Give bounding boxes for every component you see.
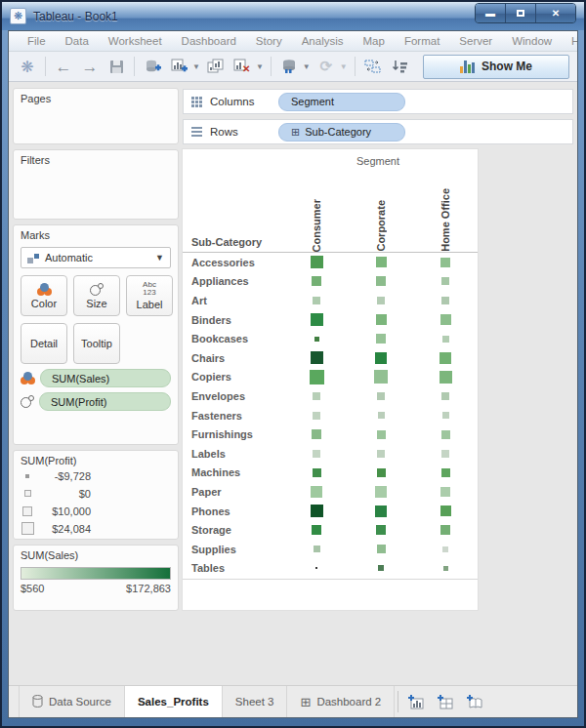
- size-button[interactable]: Size: [73, 275, 120, 316]
- heatmap-mark[interactable]: [440, 371, 452, 384]
- tab-dashboard-2[interactable]: ⊞Dashboard 2: [287, 686, 395, 717]
- sum-profit-pill[interactable]: SUM(Profit): [39, 392, 171, 411]
- minimize-button[interactable]: ▬: [476, 4, 506, 22]
- sort-ascending-icon[interactable]: [389, 56, 410, 77]
- row-label-chairs[interactable]: Chairs: [183, 352, 284, 364]
- heatmap-mark[interactable]: [311, 313, 323, 326]
- heatmap-mark[interactable]: [441, 277, 449, 285]
- new-story-button[interactable]: [460, 686, 489, 717]
- heatmap-mark[interactable]: [441, 297, 449, 304]
- heatmap-mark[interactable]: [377, 468, 386, 477]
- heatmap-mark[interactable]: [313, 297, 320, 304]
- undo-icon[interactable]: ←: [53, 56, 74, 77]
- clear-sheet-dropdown-caret[interactable]: ▼: [256, 62, 264, 71]
- heatmap-mark[interactable]: [310, 370, 324, 384]
- heatmap-mark[interactable]: [312, 525, 321, 535]
- heatmap-mark[interactable]: [376, 334, 386, 344]
- new-worksheet-icon[interactable]: [168, 56, 189, 77]
- size-legend-item[interactable]: $10,000: [21, 503, 171, 519]
- menu-item-map[interactable]: Map: [355, 33, 394, 49]
- heatmap-mark[interactable]: [376, 314, 387, 325]
- heatmap-mark[interactable]: [315, 567, 317, 569]
- heatmap-mark[interactable]: [376, 525, 386, 535]
- heatmap-mark[interactable]: [378, 565, 384, 571]
- title-bar[interactable]: ❋ Tableau - Book1 ▬ ✕: [2, 2, 584, 30]
- menu-item-help[interactable]: Help: [563, 33, 578, 49]
- heatmap-mark[interactable]: [441, 468, 450, 477]
- tooltip-button[interactable]: Tooltip: [73, 323, 120, 364]
- heatmap-mark[interactable]: [443, 566, 448, 571]
- heatmap-mark[interactable]: [442, 412, 449, 419]
- heatmap-mark[interactable]: [377, 297, 385, 304]
- auto-update-dropdown-caret[interactable]: ▼: [340, 62, 348, 71]
- heatmap-mark[interactable]: [441, 430, 450, 439]
- mark-type-dropdown[interactable]: Automatic ▼: [21, 247, 171, 268]
- heatmap-mark[interactable]: [314, 337, 319, 342]
- show-me-button[interactable]: Show Me: [423, 55, 569, 79]
- detail-button[interactable]: Detail: [21, 323, 67, 364]
- redo-icon[interactable]: →: [79, 56, 101, 77]
- expand-icon[interactable]: ⊞: [291, 127, 300, 138]
- size-legend-item[interactable]: $24,084: [21, 520, 171, 537]
- view-data-dropdown-caret[interactable]: ▼: [303, 62, 311, 71]
- columns-shelf[interactable]: Columns Segment: [183, 89, 573, 114]
- heatmap-mark[interactable]: [377, 450, 385, 458]
- heatmap-mark[interactable]: [377, 430, 386, 439]
- column-header-corporate[interactable]: Corporate: [349, 169, 413, 252]
- row-label-fasteners[interactable]: Fasteners: [183, 410, 284, 422]
- add-data-icon[interactable]: [142, 56, 163, 77]
- heatmap-mark[interactable]: [441, 392, 449, 400]
- save-icon[interactable]: [105, 56, 127, 77]
- label-button[interactable]: Abc123 Label: [126, 275, 173, 316]
- new-dashboard-button[interactable]: [431, 686, 460, 717]
- row-label-art[interactable]: Art: [183, 295, 284, 306]
- maximize-button[interactable]: [506, 4, 536, 22]
- heatmap-mark[interactable]: [442, 336, 449, 343]
- heatmap-mark[interactable]: [378, 412, 385, 419]
- pages-shelf[interactable]: Pages: [13, 88, 179, 144]
- menu-item-server[interactable]: Server: [450, 33, 501, 49]
- heatmap-mark[interactable]: [377, 545, 386, 553]
- menu-item-worksheet[interactable]: Worksheet: [100, 33, 171, 49]
- menu-item-window[interactable]: Window: [503, 33, 561, 49]
- refresh-icon[interactable]: ⟳: [315, 56, 337, 77]
- row-label-appliances[interactable]: Appliances: [183, 275, 284, 287]
- heatmap-mark[interactable]: [313, 392, 320, 400]
- filters-shelf[interactable]: Filters: [13, 149, 179, 220]
- heatmap-mark[interactable]: [374, 370, 388, 384]
- new-worksheet-button[interactable]: [401, 686, 431, 717]
- row-label-machines[interactable]: Machines: [183, 466, 284, 478]
- size-legend-item[interactable]: $0: [21, 485, 171, 502]
- row-label-accessories[interactable]: Accessories: [183, 257, 284, 268]
- heatmap-mark[interactable]: [440, 506, 451, 516]
- heatmap-mark[interactable]: [311, 505, 323, 517]
- heatmap-mark[interactable]: [375, 486, 387, 498]
- heatmap-mark[interactable]: [311, 351, 323, 364]
- heatmap-mark[interactable]: [440, 525, 450, 535]
- heatmap-mark[interactable]: [312, 429, 321, 439]
- heatmap-mark[interactable]: [313, 450, 320, 458]
- row-label-storage[interactable]: Storage: [183, 524, 284, 536]
- row-label-supplies[interactable]: Supplies: [183, 544, 284, 555]
- row-label-tables[interactable]: Tables: [183, 562, 284, 574]
- heatmap-mark[interactable]: [314, 546, 320, 552]
- duplicate-sheet-icon[interactable]: [205, 56, 227, 77]
- size-legend-item[interactable]: -$9,728: [21, 467, 171, 484]
- tab-sales_profits[interactable]: Sales_Profits: [125, 686, 223, 717]
- rows-shelf[interactable]: Rows ⊞ Sub-Category: [183, 119, 573, 144]
- heatmap-mark[interactable]: [312, 276, 321, 286]
- tab-sheet-3[interactable]: Sheet 3: [223, 686, 288, 717]
- heatmap-mark[interactable]: [375, 352, 387, 364]
- heatmap-mark[interactable]: [440, 352, 451, 364]
- heatmap-mark[interactable]: [441, 450, 449, 458]
- row-label-envelopes[interactable]: Envelopes: [183, 390, 284, 402]
- row-label-bookcases[interactable]: Bookcases: [183, 333, 284, 344]
- sub-category-pill[interactable]: ⊞ Sub-Category: [278, 123, 405, 142]
- column-header-home-office[interactable]: Home Office: [413, 169, 478, 252]
- row-label-paper[interactable]: Paper: [183, 486, 284, 498]
- row-label-binders[interactable]: Binders: [183, 314, 284, 326]
- color-button[interactable]: Color: [21, 275, 67, 316]
- row-label-furnishings[interactable]: Furnishings: [183, 428, 284, 440]
- heatmap-mark[interactable]: [376, 257, 387, 267]
- tableau-logo-icon[interactable]: ❋: [17, 56, 38, 77]
